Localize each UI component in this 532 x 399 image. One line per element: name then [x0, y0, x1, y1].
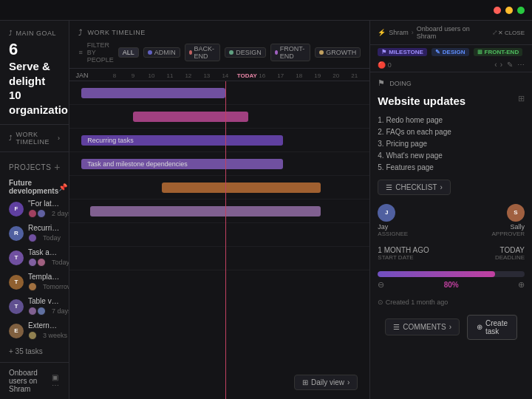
timeline-bar-container	[75, 180, 364, 195]
timeline-bar	[81, 88, 225, 98]
project-item[interactable]: E External tick... 3 weeks to go	[0, 318, 69, 343]
project-bar-row: Tomorrow	[28, 282, 60, 291]
close-dot[interactable]	[494, 7, 501, 14]
task-header: Website updates ⊞	[370, 91, 532, 115]
window-controls	[494, 7, 525, 14]
start-date-value: 1 MONTH AGO	[378, 246, 429, 254]
deadline-block: TODAY DEADLINE	[495, 246, 525, 262]
progress-decrease-button[interactable]: ⊖	[378, 280, 384, 290]
left-panel: ⤴ MAIN GOAL 6 Serve & delight 10 organiz…	[0, 21, 69, 399]
chevron-right-icon: ›	[58, 134, 61, 142]
timeline-bar	[162, 183, 320, 193]
project-meta: 3 weeks to go	[43, 332, 69, 339]
project-meta: Tomorrow	[43, 283, 69, 290]
more-icon[interactable]: ⋯	[517, 61, 525, 69]
group-pin-icon[interactable]: 📌	[58, 183, 67, 191]
design-tag[interactable]: ✎ DESIGN	[432, 48, 469, 56]
date-header: JAN 8 9 10 11 12 13 14 TODAY 16 17 18 19…	[69, 69, 369, 81]
approver-avatar-wrap: S	[492, 204, 525, 222]
prev-icon[interactable]: ‹	[494, 61, 497, 69]
filter-tag-growth[interactable]: GROWTH	[315, 47, 361, 58]
progress-increase-button[interactable]: ⊕	[518, 280, 525, 290]
filter-tag-admin[interactable]: ADMIN	[143, 47, 180, 58]
created-label: ⊙ Created 1 month ago	[370, 296, 532, 309]
project-item[interactable]: T Templates Tomorrow	[0, 270, 69, 294]
breadcrumb: ⚡ Shram › Onboard users on Shram ⤢	[378, 25, 498, 40]
approver-block: S Sally APPROVER	[492, 204, 525, 237]
filter-tag-design[interactable]: DESIGN	[225, 47, 266, 58]
projects-section: PROJECTS + Future developments 📌 ⋯ F "Fo…	[0, 152, 69, 362]
filter-tag-backend[interactable]: BACK-END	[185, 44, 221, 61]
project-bar-row: Today	[28, 258, 60, 267]
filter-tag-frontend[interactable]: FRONT-END	[270, 44, 311, 61]
main-layout: ⤴ MAIN GOAL 6 Serve & delight 10 organiz…	[0, 21, 532, 399]
daily-view-button[interactable]: ⊞ Daily view ›	[294, 375, 358, 390]
project-meta: Today	[52, 259, 69, 266]
timeline-row-task: Task and milestone dependencies	[69, 152, 369, 176]
progress-track	[378, 271, 525, 277]
goal-number: 6	[9, 41, 60, 58]
frontend-tag[interactable]: ⊞ FRONT-END	[474, 48, 523, 56]
doing-icon: ⚑	[378, 78, 385, 88]
deadline-label: DEADLINE	[495, 254, 525, 261]
add-project-button[interactable]: +	[54, 161, 60, 173]
checklist-button[interactable]: ☰ CHECKLIST ›	[378, 180, 450, 195]
onboard-section[interactable]: Onboard users on Shram ▣ ⋯	[0, 362, 69, 399]
avatar-stack	[28, 233, 37, 242]
right-header: ⚡ Shram › Onboard users on Shram ⤢ ✕ CLO…	[370, 21, 532, 45]
progress-row: ⊖ 80% ⊕	[378, 280, 525, 290]
project-item[interactable]: T Table view 7 days to go	[0, 294, 69, 318]
shram-icon: ⚡	[378, 29, 386, 36]
project-name: Table view	[28, 297, 60, 305]
project-info: Task and mileston... Today	[28, 248, 60, 267]
project-bar-row: 7 days to go	[28, 307, 60, 316]
project-name: Recurring tasks	[28, 224, 60, 232]
timeline-bar-label: Recurring tasks	[87, 137, 134, 144]
project-name: "For later" sta...	[28, 200, 60, 208]
filter-icon: ≡	[78, 49, 82, 56]
more-tasks-label[interactable]: + 35 tasks	[0, 343, 69, 360]
project-meta: 2 days ago	[52, 210, 69, 217]
project-item[interactable]: F "For later" sta... 2 days ago	[0, 197, 69, 221]
timeline-bar-container	[75, 86, 364, 100]
goal-title: Serve & delight 10 organizations	[9, 59, 60, 117]
maximize-dot[interactable]	[517, 7, 525, 14]
task-more-button[interactable]: ⊞	[518, 94, 525, 103]
filter-tag-all[interactable]: ALL	[118, 47, 139, 58]
milestone-tag[interactable]: ⚑ MILESTONE	[378, 48, 427, 56]
main-goal-label: ⤴ MAIN GOAL	[9, 30, 60, 37]
milestone-icon: ⚑	[381, 49, 386, 55]
grid-icon: ⊞	[302, 378, 308, 386]
assignee-label: ASSIGNEE	[378, 231, 408, 237]
main-goal-section: ⤴ MAIN GOAL 6 Serve & delight 10 organiz…	[0, 21, 69, 125]
comments-button[interactable]: ☰ COMMENTS ›	[385, 318, 460, 335]
chevron-right-icon: ›	[347, 378, 349, 386]
progress-section: ⊖ 80% ⊕	[370, 268, 532, 296]
date-numbers: 8 9 10 11 12 13 14 TODAY 16 17 18 19 20 …	[105, 72, 364, 79]
project-item[interactable]: T Task and mileston... Today	[0, 245, 69, 270]
filter-by-label: FILTER BY PEOPLE	[87, 41, 114, 64]
edit-icon[interactable]: ✎	[507, 61, 513, 69]
avatar-stack	[28, 209, 46, 218]
avatar-stack	[28, 282, 37, 291]
timeline-bar-container: Recurring tasks	[75, 133, 364, 148]
start-date-block: 1 MONTH AGO START DATE	[378, 246, 429, 262]
task-description: 1. Redo home page 2. FAQs on each page 3…	[370, 115, 532, 180]
task-title: Website updates	[378, 94, 518, 109]
timeline-bar-container	[75, 109, 364, 124]
minimize-dot[interactable]	[505, 7, 513, 14]
project-name: Templates	[28, 273, 60, 281]
project-avatar: R	[9, 226, 24, 241]
work-timeline-link[interactable]: ⤴ WORK TIMELINE ›	[0, 125, 69, 152]
close-button[interactable]: ✕ CLOSE	[498, 30, 525, 36]
avatar-stack	[28, 307, 46, 316]
bottom-actions: ☰ COMMENTS › ⊕ Create task	[370, 309, 532, 346]
project-item[interactable]: R Recurring tasks Today	[0, 221, 69, 245]
next-icon[interactable]: ›	[500, 61, 502, 69]
middle-panel: ⤴ WORK TIMELINE ≡ FILTER BY PEOPLE ALL A…	[69, 21, 370, 399]
assignee-avatar-wrap: J	[378, 204, 408, 222]
project-name: Task and mileston...	[28, 248, 60, 256]
create-task-button[interactable]: ⊕ Create task	[467, 315, 517, 340]
timeline-bar-label: Task and milestone dependencies	[87, 160, 188, 168]
onboard-actions: ▣ ⋯	[52, 373, 60, 389]
